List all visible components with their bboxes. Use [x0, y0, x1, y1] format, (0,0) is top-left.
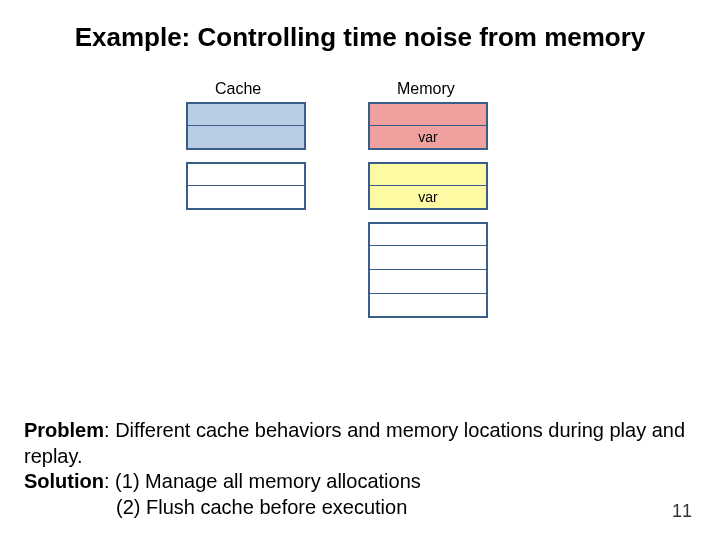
solution-line-2: (2) Flush cache before execution [24, 495, 696, 521]
problem-text: : Different cache behaviors and memory l… [24, 419, 685, 467]
memory-cell: var [368, 186, 488, 210]
memory-cell [368, 294, 488, 318]
memory-cell [368, 246, 488, 270]
memory-cell [368, 162, 488, 186]
memory-column-label: Memory [397, 80, 455, 98]
cache-cell [186, 186, 306, 210]
memory-box: var var [368, 102, 488, 318]
problem-label: Problem [24, 419, 104, 441]
spacer [186, 150, 306, 162]
solution-label: Solution [24, 470, 104, 492]
cache-cell [186, 102, 306, 126]
memory-cell: var [368, 126, 488, 150]
slide: Example: Controlling time noise from mem… [0, 0, 720, 540]
memory-cell [368, 270, 488, 294]
memory-cell [368, 102, 488, 126]
cache-column-label: Cache [215, 80, 261, 98]
problem-line: Problem: Different cache behaviors and m… [24, 419, 685, 467]
solution-line-1: Solution: (1) Manage all memory allocati… [24, 470, 421, 492]
page-number: 11 [672, 501, 692, 522]
memory-cell [368, 222, 488, 246]
cache-cell [186, 126, 306, 150]
body-text: Problem: Different cache behaviors and m… [24, 418, 696, 520]
solution-1-text: : (1) Manage all memory allocations [104, 470, 421, 492]
cache-box [186, 102, 306, 210]
cache-cell [186, 162, 306, 186]
page-title: Example: Controlling time noise from mem… [0, 22, 720, 53]
spacer [368, 210, 488, 222]
spacer [368, 150, 488, 162]
